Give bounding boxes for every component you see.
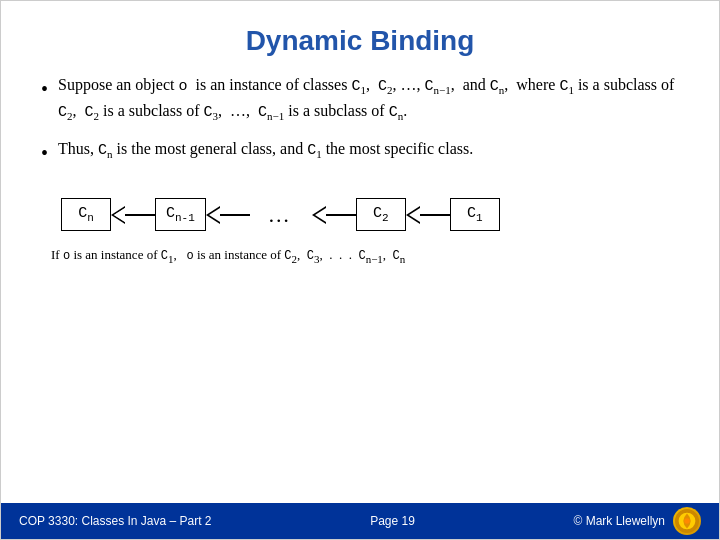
mono-note-cn: C [393, 249, 400, 263]
class-box-c2: C2 [356, 198, 406, 231]
svg-point-2 [684, 518, 690, 524]
class-box-cn1: Cn-1 [155, 198, 206, 231]
class-box-c1: C1 [450, 198, 500, 231]
mono-o1: o [178, 78, 187, 95]
sub-note-3: 3 [314, 253, 320, 265]
mono-note-o1: o [63, 249, 70, 263]
sub-diag-1: 1 [476, 212, 483, 224]
bullet-dot-1: • [41, 74, 48, 104]
triangle-4 [406, 206, 420, 224]
sub-n1b: n−1 [267, 110, 284, 122]
triangle-3 [312, 206, 326, 224]
slide-title: Dynamic Binding [41, 11, 679, 73]
line-1 [125, 214, 155, 216]
sub-diag-n1: n-1 [175, 212, 195, 224]
line-2 [220, 214, 250, 216]
mono-note-cn1: C [358, 249, 365, 263]
mono-cn: C [490, 78, 499, 95]
mono-c3: C [203, 104, 212, 121]
bullet-item-2: • Thus, Cn is the most general class, an… [41, 137, 679, 168]
mono-c2: C [378, 78, 387, 95]
triangle-2 [206, 206, 220, 224]
arrow-cn-cn1 [111, 205, 155, 225]
footer-page: Page 19 [370, 514, 415, 528]
sub-note-n1: n−1 [366, 253, 383, 265]
arrow-c2-c1 [406, 205, 450, 225]
logo-icon [673, 507, 701, 535]
sub-note-1: 1 [168, 253, 174, 265]
sub-nb: n [398, 110, 404, 122]
sub-note-2: 2 [291, 253, 297, 265]
sub-n-2: n [107, 149, 113, 161]
sub-2c: 2 [94, 110, 100, 122]
slide-content: Dynamic Binding • Suppose an object o is… [1, 1, 719, 503]
sub-n1: n−1 [433, 84, 450, 96]
mono-cn1b: C [258, 104, 267, 121]
slide-footer: COP 3330: Classes In Java – Part 2 Page … [1, 503, 719, 539]
mono-c2c: C [85, 104, 94, 121]
mono-note-c1: C [161, 249, 168, 263]
line-4 [420, 214, 450, 216]
sub-note-n: n [400, 253, 406, 265]
sub-diag-2: 2 [382, 212, 389, 224]
sub-3: 3 [213, 110, 219, 122]
sub-1: 1 [360, 84, 366, 96]
sub-2b: 2 [67, 110, 73, 122]
sub-diag-n: n [87, 212, 94, 224]
mono-c1-2: C [307, 142, 316, 159]
instance-note: If o is an instance of C1, o is an insta… [51, 245, 679, 268]
mono-note-o2: o [186, 249, 193, 263]
bullet-text-1: Suppose an object o is an instance of cl… [58, 73, 679, 125]
mono-note-c3: C [307, 249, 314, 263]
dots: … [268, 202, 294, 228]
footer-copyright: © Mark Llewellyn [573, 514, 665, 528]
slide: Dynamic Binding • Suppose an object o is… [0, 0, 720, 540]
class-box-cn: Cn [61, 198, 111, 231]
bullet-item-1: • Suppose an object o is an instance of … [41, 73, 679, 125]
mono-cnb: C [389, 104, 398, 121]
bullet-dot-2: • [41, 138, 48, 168]
arrow-cn1-dots [206, 205, 250, 225]
arrow-dots-c2 [312, 205, 356, 225]
sub-n: n [499, 84, 505, 96]
triangle-1 [111, 206, 125, 224]
line-3 [326, 214, 356, 216]
bullet-text-2: Thus, Cn is the most general class, and … [58, 137, 679, 163]
sub-2: 2 [387, 84, 393, 96]
footer-course: COP 3330: Classes In Java – Part 2 [19, 514, 212, 528]
diagram-section: Cn Cn-1 … [61, 198, 679, 231]
mono-cn-2: C [98, 142, 107, 159]
sub-1-2: 1 [316, 149, 322, 161]
logo-svg [674, 508, 700, 534]
mono-c2b: C [58, 104, 67, 121]
sub-1b: 1 [568, 84, 574, 96]
footer-right: © Mark Llewellyn [573, 507, 701, 535]
